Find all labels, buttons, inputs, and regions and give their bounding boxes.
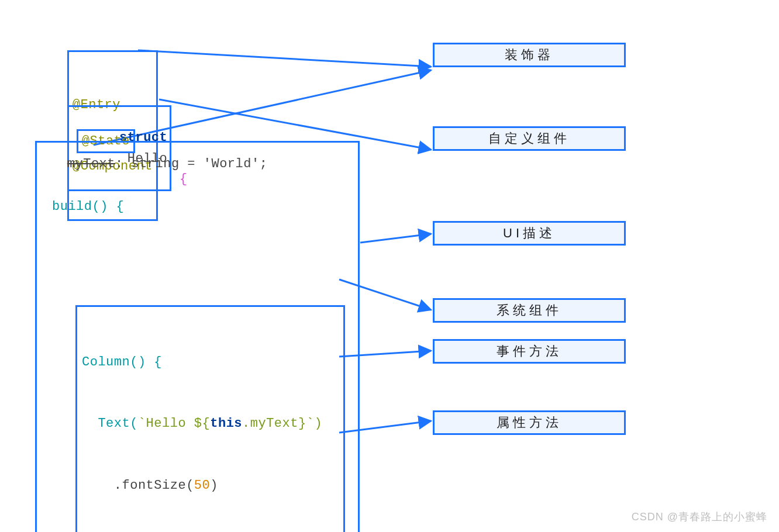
label-ui-desc: UI描述 [433, 221, 626, 246]
build-block: build() { Column() { Text(`Hello ${this.… [35, 141, 360, 532]
system-components-box: Column() { Text(`Hello ${this.myText}`) … [75, 305, 345, 532]
label-decorator: 装饰器 [433, 43, 626, 67]
label-custom-comp: 自定义组件 [433, 126, 626, 151]
watermark: CSDN @青春路上的小蜜蜂 [632, 510, 767, 524]
label-attr: 属性方法 [433, 410, 626, 435]
label-event: 事件方法 [433, 339, 626, 364]
label-sys-comp: 系统组件 [433, 298, 626, 323]
